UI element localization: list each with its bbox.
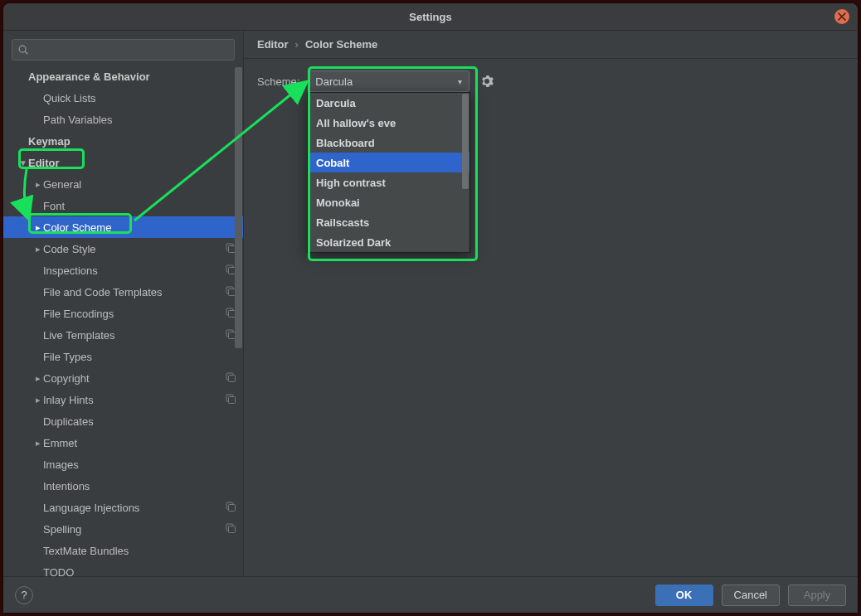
chevron-right-icon: ▸ <box>33 222 43 233</box>
tree-item-label: Images <box>43 458 225 471</box>
chevron-right-icon: ▸ <box>33 179 43 190</box>
tree-item-label: Intentions <box>43 480 225 492</box>
tree-item-label: Inlay Hints <box>43 394 225 406</box>
tree-item-label: Live Templates <box>43 329 225 342</box>
tree-item-label: Copyright <box>43 372 225 385</box>
tree-item-editor[interactable]: ▾Editor <box>3 152 243 173</box>
tree-item-label: Code Style <box>43 243 225 255</box>
tree-item-keymap[interactable]: ▸Keymap <box>3 130 243 152</box>
tree-item-copyright[interactable]: ▸Copyright <box>3 367 243 389</box>
sidebar-scrollbar[interactable] <box>234 65 243 576</box>
scheme-option-monokai[interactable]: Monokai <box>308 192 469 212</box>
tree-item-file-and-code-templates[interactable]: ▸File and Code Templates <box>3 281 243 303</box>
tree-item-textmate-bundles[interactable]: ▸TextMate Bundles <box>3 540 243 561</box>
scheme-dropdown[interactable]: DarculaAll hallow's eveBlackboardCobaltH… <box>307 92 470 253</box>
tree-item-quick-lists[interactable]: ▸Quick Lists <box>3 87 243 109</box>
breadcrumb-part-editor[interactable]: Editor <box>257 38 289 51</box>
tree-item-font[interactable]: ▸Font <box>3 195 243 216</box>
settings-search-input[interactable] <box>12 39 235 61</box>
tree-item-images[interactable]: ▸Images <box>3 454 243 475</box>
chevron-down-icon: ▾ <box>18 158 28 168</box>
scheme-option-cobalt[interactable]: Cobalt <box>308 153 469 172</box>
help-button[interactable]: ? <box>15 586 33 604</box>
chevron-right-icon: ▸ <box>33 244 43 255</box>
chevron-right-icon: ▸ <box>33 438 43 449</box>
content-area: Scheme: Darcula ▾ DarculaAll hallow's ev… <box>244 59 858 576</box>
chevron-right-icon: ▸ <box>33 395 43 405</box>
footer: ? OK Cancel Apply <box>3 576 858 613</box>
scheme-option-solarized-dark[interactable]: Solarized Dark <box>308 232 469 252</box>
svg-point-0 <box>19 46 26 52</box>
ok-button[interactable]: OK <box>655 584 713 606</box>
titlebar: Settings <box>3 3 858 30</box>
tree-item-label: Spelling <box>43 523 225 536</box>
close-icon <box>838 12 846 21</box>
tree-item-color-scheme[interactable]: ▸Color Scheme <box>3 216 243 238</box>
tree-item-label: File and Code Templates <box>43 286 225 298</box>
gear-icon <box>480 75 494 88</box>
scheme-label: Scheme: <box>257 75 299 88</box>
tree-item-spelling[interactable]: ▸Spelling <box>3 518 243 540</box>
tree-item-label: Emmet <box>43 437 225 449</box>
scheme-option-all-hallow-s-eve[interactable]: All hallow's eve <box>308 113 469 133</box>
tree-item-label: Color Scheme <box>43 221 225 234</box>
scheme-option-high-contrast[interactable]: High contrast <box>308 172 469 192</box>
scheme-combobox[interactable]: Darcula ▾ <box>308 70 469 92</box>
settings-window: Settings ▸Appearance & Behavior▸Quick Li… <box>3 3 858 613</box>
tree-item-inlay-hints[interactable]: ▸Inlay Hints <box>3 389 243 410</box>
search-icon <box>17 44 29 56</box>
tree-item-todo[interactable]: ▸TODO <box>3 561 243 576</box>
svg-line-1 <box>25 51 27 54</box>
tree-item-label: Editor <box>28 157 225 169</box>
window-title: Settings <box>409 11 451 23</box>
tree-item-file-types[interactable]: ▸File Types <box>3 346 243 367</box>
tree-item-path-variables[interactable]: ▸Path Variables <box>3 109 243 130</box>
scheme-option-blackboard[interactable]: Blackboard <box>308 133 469 153</box>
tree-item-label: Font <box>43 200 225 212</box>
tree-item-label: Path Variables <box>43 114 225 126</box>
dropdown-scrollbar[interactable] <box>462 94 469 189</box>
tree-item-label: TextMate Bundles <box>43 545 225 557</box>
tree-item-file-encodings[interactable]: ▸File Encodings <box>3 303 243 324</box>
tree-item-label: Language Injections <box>43 502 225 514</box>
tree-item-label: Duplicates <box>43 415 225 428</box>
scheme-settings-button[interactable] <box>478 72 496 90</box>
scheme-option-darcula[interactable]: Darcula <box>308 93 469 113</box>
settings-tree: ▸Appearance & Behavior▸Quick Lists▸Path … <box>3 65 243 576</box>
tree-item-label: TODO <box>43 566 225 577</box>
tree-item-appearance-behavior[interactable]: ▸Appearance & Behavior <box>3 65 243 87</box>
tree-item-general[interactable]: ▸General <box>3 173 243 195</box>
sidebar: ▸Appearance & Behavior▸Quick Lists▸Path … <box>3 31 244 576</box>
tree-item-intentions[interactable]: ▸Intentions <box>3 475 243 497</box>
tree-item-inspections[interactable]: ▸Inspections <box>3 259 243 281</box>
tree-item-label: Appearance & Behavior <box>28 70 225 83</box>
scheme-option-railscasts[interactable]: Railscasts <box>308 212 469 232</box>
close-button[interactable] <box>834 9 849 24</box>
chevron-down-icon: ▾ <box>458 77 462 86</box>
tree-item-code-style[interactable]: ▸Code Style <box>3 238 243 259</box>
window-body: ▸Appearance & Behavior▸Quick Lists▸Path … <box>3 30 858 576</box>
chevron-right-icon: ▸ <box>33 373 43 384</box>
tree-item-live-templates[interactable]: ▸Live Templates <box>3 324 243 346</box>
tree-item-emmet[interactable]: ▸Emmet <box>3 432 243 454</box>
scrollbar-thumb[interactable] <box>235 67 242 348</box>
tree-item-language-injections[interactable]: ▸Language Injections <box>3 497 243 518</box>
tree-item-label: File Types <box>43 351 225 363</box>
tree-item-duplicates[interactable]: ▸Duplicates <box>3 410 243 432</box>
scheme-selected-value: Darcula <box>315 75 353 88</box>
tree-item-label: Quick Lists <box>43 92 225 104</box>
apply-button[interactable]: Apply <box>788 584 846 606</box>
tree-item-label: Keymap <box>28 135 225 148</box>
cancel-button[interactable]: Cancel <box>722 584 780 606</box>
breadcrumb-separator-icon: › <box>295 38 299 51</box>
main-panel: Editor › Color Scheme Scheme: Darcula ▾ <box>244 31 858 576</box>
tree-item-label: Inspections <box>43 264 225 277</box>
breadcrumb: Editor › Color Scheme <box>244 31 858 59</box>
breadcrumb-part-color-scheme: Color Scheme <box>305 38 377 51</box>
tree-item-label: General <box>43 178 225 191</box>
tree-item-label: File Encodings <box>43 308 225 320</box>
